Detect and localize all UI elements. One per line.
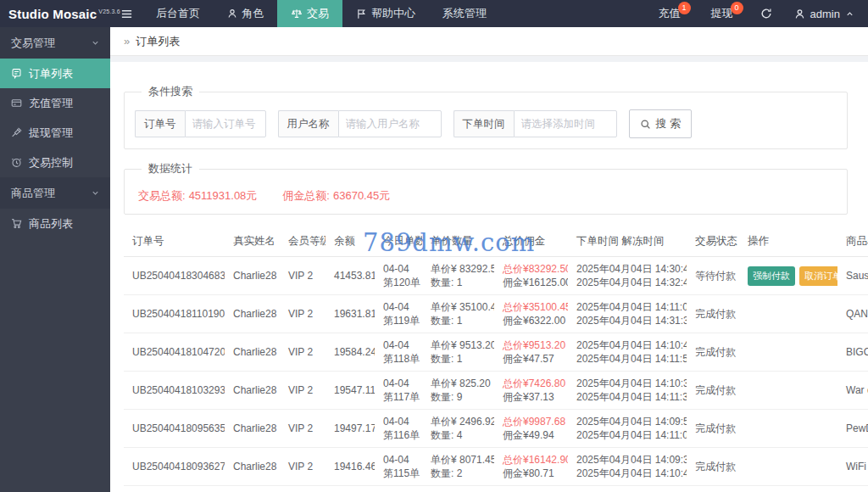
cell-status: 完成付款 <box>687 333 739 372</box>
breadcrumb-arrow: » <box>124 35 130 48</box>
cell-unit-price-qty: 单价¥ 2496.92数量: 4 <box>422 410 494 448</box>
cell-today-orders: 04-04第114单 <box>375 486 422 492</box>
nav-system[interactable]: 系统管理 <box>429 0 500 27</box>
sidebar-group-product-mgmt[interactable]: 商品管理 <box>0 177 110 209</box>
sidebar-item-recharge-mgmt-label: 充值管理 <box>29 96 73 111</box>
sidebar-item-withdraw-mgmt[interactable]: 提现管理 <box>0 118 110 148</box>
search-field-order-time-label: 下单时间 <box>453 110 514 137</box>
column-header: 总价佣金 <box>494 226 568 257</box>
nav-trade-label: 交易 <box>307 6 329 21</box>
order-list-icon <box>11 68 22 79</box>
cell-order-no: UB2504041809362777 <box>124 448 225 486</box>
cancel-payment-button[interactable]: 取消订单 <box>799 266 837 286</box>
scales-icon <box>291 8 303 20</box>
recharge-link[interactable]: 充值 1 <box>643 0 696 27</box>
cell-status: 等待付款 <box>687 257 739 295</box>
cell-vip-level: VIP 2 <box>280 295 326 333</box>
search-fields: 订单号用户名称下单时间搜 索 <box>135 106 837 138</box>
control-icon <box>11 157 22 168</box>
main-content: » 订单列表 条件搜索 订单号用户名称下单时间搜 索 数据统计 交易总额:451… <box>110 27 868 492</box>
stat-item-0: 交易总额:4511931.08元 <box>135 188 257 204</box>
table-row: UB2504041809098136Charlie28VIP 219364.48… <box>124 486 868 492</box>
cell-unit-price-qty: 单价¥ 35100.45数量: 1 <box>422 295 494 333</box>
cell-product: QANI <box>837 295 868 333</box>
stats-panel-legend: 数据统计 <box>142 161 199 176</box>
table-row: UB2504041809563552Charlie28VIP 219497.17… <box>124 410 868 448</box>
recharge-badge: 1 <box>678 2 691 14</box>
cell-order-no: UB2504041809563552 <box>124 410 225 448</box>
cell-actions <box>739 372 837 410</box>
cell-vip-level: VIP 2 <box>280 448 326 486</box>
cell-order-no: UB2504041810329370 <box>124 372 225 410</box>
sidebar-group-trade-mgmt[interactable]: 交易管理 <box>0 27 110 59</box>
nav-role-label: 角色 <box>242 6 264 21</box>
cell-total-commission: 总价¥9513.20佣金¥47.57 <box>494 333 568 372</box>
cell-actions <box>739 295 837 333</box>
cell-order-no: UB2504041810472085 <box>124 333 225 372</box>
flag-icon <box>356 8 367 20</box>
nav-help[interactable]: 帮助中心 <box>342 0 429 27</box>
force-payment-button[interactable]: 强制付款 <box>748 266 795 286</box>
nav-trade[interactable]: 交易 <box>277 0 342 27</box>
cell-times: 2025年04月04日 14:09:562025年04月04日 14:11:05 <box>568 410 687 448</box>
withdraw-link[interactable]: 提现 0 <box>696 0 748 27</box>
person-icon <box>794 8 805 20</box>
nav-home[interactable]: 后台首页 <box>142 0 214 27</box>
cell-total-commission: 总价¥16142.90佣金¥80.71 <box>494 448 568 486</box>
cell-product: BIGO <box>837 333 868 372</box>
cell-times: 2025年04月04日 14:11:012025年04月04日 14:31:37 <box>568 295 687 333</box>
cell-total-commission: 总价¥7426.80佣金¥37.13 <box>494 372 568 410</box>
admin-app: Studio Mosaic V25.3.6 后台首页角色交易帮助中心系统管理 充… <box>0 0 868 492</box>
cell-status: 完成付款 <box>687 410 739 448</box>
cell-actions <box>739 410 837 448</box>
chevron-down-icon <box>91 188 100 198</box>
table-row: UB2504041810472085Charlie28VIP 219584.24… <box>124 333 868 372</box>
cell-times: 2025年04月04日 14:09:362025年04月04日 14:10:42 <box>568 448 687 486</box>
cell-balance: 19547.11 <box>326 372 375 410</box>
sidebar-item-product-list[interactable]: 商品列表 <box>0 209 110 238</box>
product-list-icon <box>11 218 22 229</box>
username-input[interactable] <box>338 110 442 137</box>
cell-product: WiFi <box>837 448 868 486</box>
cell-total-commission: 总价¥35100.45佣金¥6322.00 <box>494 295 568 333</box>
cell-today-orders: 04-04第117单 <box>375 372 422 410</box>
topbar: Studio Mosaic V25.3.6 后台首页角色交易帮助中心系统管理 充… <box>0 0 868 27</box>
cell-real-name: Charlie28 <box>225 372 280 410</box>
sidebar-item-order-list[interactable]: 订单列表 <box>0 59 110 88</box>
nav-role[interactable]: 角色 <box>214 0 277 27</box>
sidebar-item-recharge-mgmt[interactable]: 充值管理 <box>0 88 110 118</box>
cell-real-name: Charlie28 <box>225 448 280 486</box>
column-header: 余额 <box>326 226 375 257</box>
cell-times: 2025年04月04日 14:10:322025年04月04日 14:11:37 <box>568 372 687 410</box>
column-header: 订单号 <box>124 226 225 257</box>
cell-real-name: Charlie28 <box>225 295 280 333</box>
app-logo: Studio Mosaic V25.3.6 <box>0 0 110 27</box>
order-no-input[interactable] <box>185 110 266 137</box>
cell-vip-level: VIP 2 <box>280 257 326 295</box>
cell-vip-level: VIP 2 <box>280 333 326 372</box>
sidebar-item-order-list-label: 订单列表 <box>29 66 73 81</box>
stats-panel: 数据统计 交易总额:4511931.08元佣金总额:63670.45元 <box>124 161 848 215</box>
search-button[interactable]: 搜 索 <box>629 109 693 138</box>
sidebar-item-product-list-label: 商品列表 <box>29 216 73 232</box>
cell-unit-price-qty: 单价¥ 9513.20数量: 1 <box>422 333 494 372</box>
sidebar-item-trade-control[interactable]: 交易控制 <box>0 148 110 177</box>
orders-table: 订单号真实姓名会员等级余额今日单数单价数量总价佣金下单时间 解冻时间交易状态操作… <box>124 226 868 492</box>
cell-product: PewD <box>837 410 868 448</box>
menu-toggle-icon[interactable] <box>110 0 142 27</box>
search-field-username: 用户名称 <box>278 110 442 137</box>
top-nav: 后台首页角色交易帮助中心系统管理 <box>142 0 500 27</box>
cell-product: Saus <box>837 257 868 295</box>
cell-balance: 19631.81 <box>326 295 375 333</box>
search-field-order-no: 订单号 <box>135 110 266 137</box>
order-time-input[interactable] <box>514 110 617 137</box>
cell-balance: 19416.46 <box>326 448 375 486</box>
breadcrumb-current: 订单列表 <box>136 34 180 49</box>
refresh-icon[interactable] <box>748 0 784 27</box>
user-menu[interactable]: admin <box>784 0 868 27</box>
column-header: 单价数量 <box>422 226 494 257</box>
column-header: 下单时间 解冻时间 <box>568 226 687 257</box>
withdraw-badge: 0 <box>731 2 743 14</box>
cell-real-name: Charlie28 <box>225 486 280 492</box>
username: admin <box>810 8 840 20</box>
